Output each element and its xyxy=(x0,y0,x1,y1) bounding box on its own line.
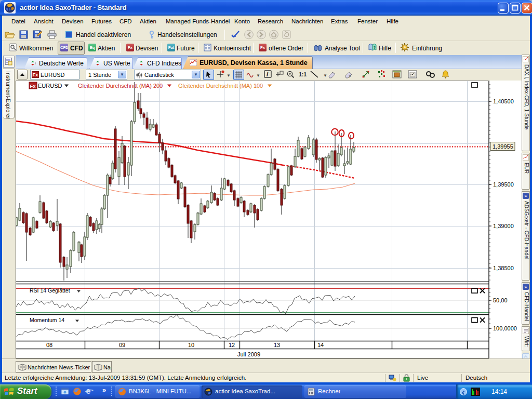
svg-text:10: 10 xyxy=(188,342,194,348)
svg-text:1,40500: 1,40500 xyxy=(493,98,514,104)
svg-text:1,39500: 1,39500 xyxy=(493,181,514,188)
svg-text:i: i xyxy=(267,71,269,77)
svg-text:50,00: 50,00 xyxy=(493,297,508,303)
svg-text:1,38500: 1,38500 xyxy=(493,265,514,271)
svg-text:Momentum 14: Momentum 14 xyxy=(30,317,64,323)
svg-text:1,39955: 1,39955 xyxy=(493,143,513,150)
svg-text:13: 13 xyxy=(274,342,280,348)
svg-text:Fx: Fx xyxy=(30,83,36,89)
svg-text:100,0000: 100,0000 xyxy=(493,325,517,331)
svg-text:08: 08 xyxy=(46,342,52,348)
svg-text:?: ? xyxy=(374,45,376,50)
svg-text:Gleitender Durchschnitt (MA) 2: Gleitender Durchschnitt (MA) 200 xyxy=(78,83,163,89)
svg-text:Gleitender Durchschnitt (MA) 1: Gleitender Durchschnitt (MA) 100 xyxy=(178,83,263,89)
svg-text:EURUSD: EURUSD xyxy=(38,83,62,89)
svg-text:09: 09 xyxy=(119,342,125,348)
svg-text:14: 14 xyxy=(317,342,324,348)
svg-text:1,39000: 1,39000 xyxy=(493,223,514,229)
svg-text:12: 12 xyxy=(229,342,235,348)
svg-text:RSI 14 Geglättet: RSI 14 Geglättet xyxy=(30,287,70,294)
svg-text:?: ? xyxy=(349,74,351,79)
svg-text:Juli 2009: Juli 2009 xyxy=(237,351,260,357)
